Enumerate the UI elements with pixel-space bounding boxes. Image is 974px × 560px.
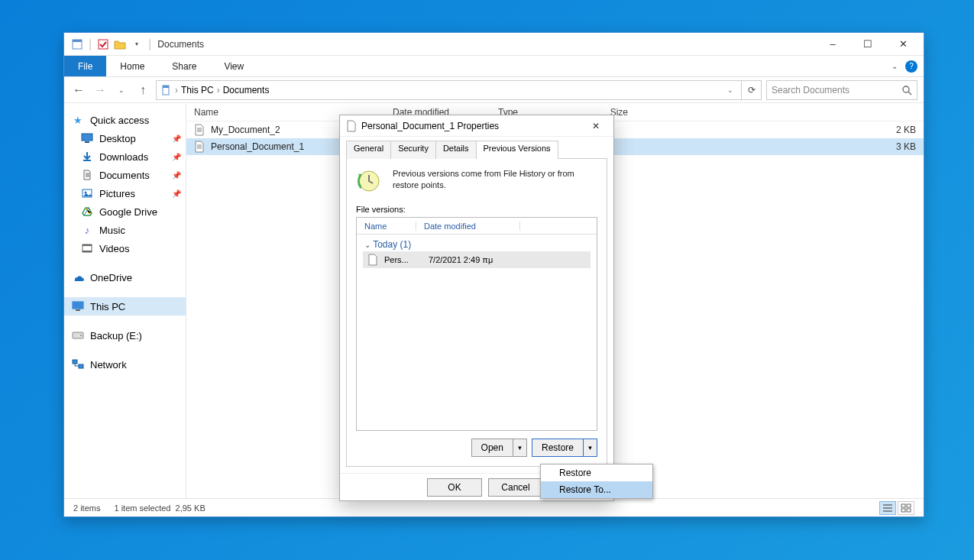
dialog-tab-body: Previous versions come from File History… — [346, 158, 607, 467]
sidebar-this-pc[interactable]: This PC — [64, 297, 186, 316]
quick-access-toolbar: | ▾ | — [67, 37, 153, 51]
ver-col-date[interactable]: Date modified — [416, 222, 520, 231]
up-button[interactable]: ↑ — [134, 82, 151, 99]
back-button[interactable]: ← — [70, 82, 87, 99]
version-file-icon — [367, 254, 380, 266]
sidebar-label: Network — [90, 359, 127, 371]
view-details-button[interactable] — [879, 501, 896, 515]
ok-button[interactable]: OK — [427, 478, 482, 497]
sidebar-item-music[interactable]: ♪Music — [64, 221, 186, 239]
sidebar-label: OneDrive — [90, 272, 132, 283]
cancel-button[interactable]: Cancel — [488, 478, 543, 497]
version-row[interactable]: Pers... 7/2/2021 2:49 πμ — [363, 251, 591, 268]
navigation-pane: ★ Quick access Desktop📌 Downloads📌 Docum… — [64, 103, 186, 498]
file-name: Personal_Document_1 — [211, 141, 304, 152]
sidebar-item-documents[interactable]: Documents📌 — [64, 166, 186, 184]
file-name: My_Document_2 — [211, 125, 280, 135]
expand-ribbon-icon[interactable]: ⌄ — [891, 62, 898, 70]
crumb-thispc[interactable]: This PC — [181, 85, 214, 95]
folder-icon[interactable] — [113, 37, 127, 51]
star-icon: ★ — [72, 114, 84, 126]
svg-line-6 — [908, 92, 911, 95]
sidebar-item-label: Desktop — [99, 133, 136, 144]
view-large-icons-button[interactable] — [898, 501, 914, 515]
sidebar-item-label: Videos — [99, 243, 130, 254]
ribbon-tabs: File Home Share View ⌄ ? — [64, 56, 924, 77]
maximize-button[interactable]: ☐ — [850, 33, 885, 56]
sidebar-label: Backup (E:) — [90, 330, 142, 342]
restore-dropdown-icon[interactable]: ▼ — [583, 439, 597, 456]
address-bar[interactable]: › This PC › Documents ⌄ — [156, 80, 742, 100]
properties-icon[interactable] — [70, 37, 84, 51]
search-input[interactable]: Search Documents — [766, 80, 917, 100]
svg-rect-20 — [79, 364, 83, 368]
refresh-button[interactable]: ⟳ — [742, 80, 762, 100]
history-icon — [356, 168, 382, 194]
sidebar-item-google-drive[interactable]: Google Drive — [64, 202, 186, 221]
tab-home[interactable]: Home — [106, 56, 158, 76]
dialog-tabs: General Security Details Previous Versio… — [346, 140, 607, 158]
sidebar-onedrive[interactable]: OneDrive — [64, 268, 186, 286]
file-size: 3 KB — [896, 141, 916, 152]
ver-col-name[interactable]: Name — [357, 222, 416, 231]
search-placeholder: Search Documents — [772, 85, 849, 95]
qat-dropdown-icon[interactable]: ▾ — [130, 37, 144, 51]
sidebar-item-downloads[interactable]: Downloads📌 — [64, 147, 186, 166]
open-button[interactable]: Open — [472, 439, 513, 456]
restore-button[interactable]: Restore — [532, 439, 583, 456]
restore-dropdown-menu: Restore Restore To... — [540, 464, 653, 499]
tab-details[interactable]: Details — [435, 141, 477, 159]
status-item-count: 2 items — [73, 503, 100, 513]
tab-share[interactable]: Share — [158, 56, 210, 76]
tab-view[interactable]: View — [210, 56, 257, 76]
sidebar-item-label: Music — [99, 225, 125, 236]
svg-point-18 — [80, 335, 82, 336]
recent-dropdown-icon[interactable]: ⌄ — [113, 82, 130, 99]
tab-previous-versions[interactable]: Previous Versions — [476, 141, 558, 159]
dialog-close-button[interactable]: ✕ — [584, 115, 607, 137]
sidebar-label: This PC — [90, 301, 125, 312]
qat-checkbox-icon[interactable] — [96, 37, 110, 51]
qat-separator-2: | — [148, 37, 151, 51]
properties-dialog: Personal_Document_1 Properties ✕ General… — [339, 115, 614, 501]
documents-icon — [81, 169, 93, 181]
sidebar-backup[interactable]: Backup (E:) — [64, 326, 186, 345]
svg-rect-19 — [73, 360, 77, 364]
address-dropdown-icon[interactable]: ⌄ — [723, 86, 738, 94]
svg-rect-12 — [83, 244, 92, 246]
minimize-button[interactable]: – — [815, 33, 850, 56]
open-split-button[interactable]: Open ▼ — [471, 439, 527, 457]
sidebar-item-label: Pictures — [99, 188, 135, 199]
tab-general[interactable]: General — [346, 141, 391, 159]
help-icon[interactable]: ? — [905, 60, 917, 73]
close-button[interactable]: ✕ — [885, 33, 921, 56]
sidebar-network[interactable]: Network — [64, 355, 186, 374]
svg-rect-15 — [73, 302, 83, 309]
crumb-separator: › — [217, 85, 220, 95]
desktop-icon — [81, 132, 93, 144]
version-date: 7/2/2021 2:49 πμ — [424, 255, 493, 264]
sidebar-item-videos[interactable]: Videos — [64, 239, 186, 257]
sidebar-quick-access[interactable]: ★ Quick access — [64, 111, 186, 129]
versions-group[interactable]: ⌄ Today (1) — [357, 235, 597, 251]
crumb-separator: › — [175, 85, 178, 95]
svg-point-5 — [903, 86, 909, 92]
network-icon — [72, 358, 84, 371]
sidebar-item-label: Google Drive — [99, 206, 157, 218]
pin-icon: 📌 — [172, 189, 181, 198]
forward-button[interactable]: → — [92, 82, 108, 99]
open-dropdown-icon[interactable]: ▼ — [513, 439, 526, 456]
window-title: Documents — [157, 39, 204, 50]
svg-rect-1 — [73, 40, 82, 42]
menu-item-restore-to[interactable]: Restore To... — [541, 481, 652, 498]
tab-file[interactable]: File — [64, 56, 106, 76]
sidebar-item-desktop[interactable]: Desktop📌 — [64, 129, 186, 147]
pin-icon: 📌 — [172, 171, 181, 180]
sidebar-item-label: Documents — [99, 170, 150, 181]
restore-split-button[interactable]: Restore ▼ — [532, 439, 597, 457]
tab-security[interactable]: Security — [390, 141, 436, 159]
window-titlebar: | ▾ | Documents – ☐ ✕ — [64, 33, 924, 56]
crumb-documents[interactable]: Documents — [223, 85, 270, 95]
menu-item-restore[interactable]: Restore — [541, 465, 652, 481]
sidebar-item-pictures[interactable]: Pictures📌 — [64, 184, 186, 202]
